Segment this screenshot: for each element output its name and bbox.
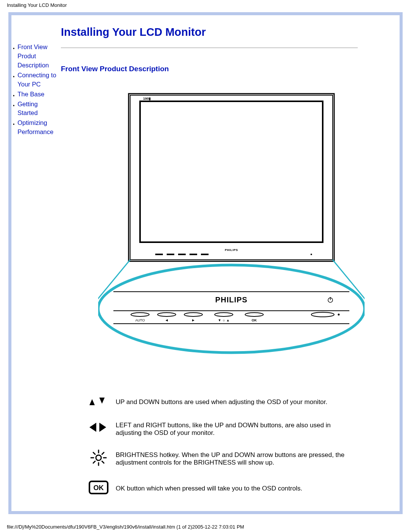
svg-text:►: ► xyxy=(191,318,195,322)
svg-line-41 xyxy=(102,461,104,463)
page-title: Installing Your LCD Monitor xyxy=(61,26,388,38)
sidebar-link[interactable]: The Base xyxy=(18,91,45,97)
monitor-illustration: 190▮ PHILIPS PH xyxy=(98,90,365,356)
svg-point-24 xyxy=(311,312,334,317)
svg-rect-5 xyxy=(167,254,174,255)
svg-marker-33 xyxy=(89,423,96,432)
svg-marker-32 xyxy=(99,398,105,404)
svg-point-19 xyxy=(131,313,149,316)
table-row: LEFT and RIGHT buttons, like the UP and … xyxy=(84,415,358,443)
svg-text:AUTO: AUTO xyxy=(135,318,145,322)
page-frame: Front View Produt Description Connecting… xyxy=(8,12,403,514)
svg-text:◄: ◄ xyxy=(165,318,169,322)
sidebar-item-optimizing[interactable]: Optimizing Performance xyxy=(12,118,57,137)
ok-icon: OK xyxy=(89,481,108,494)
svg-point-20 xyxy=(158,313,176,316)
svg-point-9 xyxy=(311,254,312,255)
svg-point-22 xyxy=(215,313,233,316)
svg-line-43 xyxy=(102,452,104,454)
table-row: OK OK button which when pressed will tak… xyxy=(84,474,358,502)
page-content: Front View Produt Description Connecting… xyxy=(11,15,400,511)
svg-marker-31 xyxy=(89,399,95,405)
sidebar-link[interactable]: Optimizing Performance xyxy=(18,119,53,135)
sidebar-link[interactable]: Front View Produt Description xyxy=(18,43,49,69)
window-title: Installing Your LCD Monitor xyxy=(7,2,67,8)
sidebar-link[interactable]: Getting Started xyxy=(18,101,38,117)
svg-text:PHILIPS: PHILIPS xyxy=(225,248,238,252)
product-figure: 190▮ PHILIPS PH xyxy=(98,90,365,358)
sidebar-item-connecting[interactable]: Connecting to Your PC xyxy=(12,71,57,89)
divider xyxy=(61,48,358,48)
svg-point-35 xyxy=(96,455,101,460)
svg-rect-4 xyxy=(155,254,163,255)
svg-rect-8 xyxy=(201,254,209,255)
sidebar-nav: Front View Produt Description Connecting… xyxy=(12,43,57,137)
svg-point-23 xyxy=(245,313,263,316)
svg-text:OK: OK xyxy=(252,318,257,322)
section-title: Front View Product Description xyxy=(61,65,388,73)
left-right-icon xyxy=(88,422,109,435)
svg-line-42 xyxy=(93,461,95,463)
footer-file-path: file:///D|/My%20Documents/dfu/190V6FB_V3… xyxy=(7,524,244,530)
brightness-icon xyxy=(90,449,107,466)
sidebar-item-front-view[interactable]: Front View Produt Description xyxy=(12,43,57,70)
sidebar-item-base[interactable]: The Base xyxy=(12,90,57,99)
up-down-icon xyxy=(88,395,109,407)
svg-point-25 xyxy=(338,314,340,316)
svg-text:▼ ☼ ▲: ▼ ☼ ▲ xyxy=(218,318,229,322)
svg-marker-34 xyxy=(99,423,106,432)
control-desc: LEFT and RIGHT buttons, like the UP and … xyxy=(113,415,358,443)
sidebar-link[interactable]: Connecting to Your PC xyxy=(18,72,56,88)
svg-line-40 xyxy=(93,452,95,454)
control-desc: UP and DOWN buttons are used when adjust… xyxy=(113,388,358,415)
control-desc: OK button which when pressed will take y… xyxy=(113,474,358,502)
table-row: UP and DOWN buttons are used when adjust… xyxy=(84,388,358,415)
model-label: 190▮ xyxy=(143,97,151,101)
svg-text:PHILIPS: PHILIPS xyxy=(215,296,248,304)
controls-table: UP and DOWN buttons are used when adjust… xyxy=(84,388,358,502)
svg-point-12 xyxy=(98,265,365,353)
svg-text:OK: OK xyxy=(94,484,104,492)
svg-rect-2 xyxy=(140,101,323,242)
table-row: BRIGHTNESS hotkey. When the UP and DOWN … xyxy=(84,443,358,474)
svg-rect-6 xyxy=(178,254,186,255)
svg-rect-7 xyxy=(190,254,197,255)
svg-point-21 xyxy=(184,313,202,316)
main-column: Installing Your LCD Monitor Front View P… xyxy=(61,26,388,502)
sidebar-item-getting-started[interactable]: Getting Started xyxy=(12,100,57,118)
control-desc: BRIGHTNESS hotkey. When the UP and DOWN … xyxy=(113,443,358,474)
